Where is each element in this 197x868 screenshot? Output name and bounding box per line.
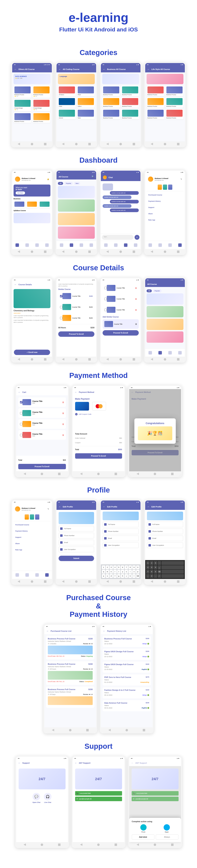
similar-course[interactable]: Course Title$150 [58,313,94,323]
category-chip[interactable] [26,201,38,208]
banner[interactable] [147,74,184,84]
tab-all[interactable]: All [58,182,63,185]
get-start-button[interactable]: Get Start [16,191,25,194]
course-card[interactable]: Business Process [147,97,165,108]
menu-support[interactable]: Support [147,205,184,210]
menu-rate[interactable]: Rate App [13,547,50,552]
menu-share[interactable]: Share [13,541,50,546]
nav-profile-icon[interactable] [45,243,49,247]
course-card[interactable]: Business Process⭐ 4.5 [13,86,31,98]
skype-app[interactable]: Skype [164,824,170,833]
back-icon[interactable]: ← [75,762,77,764]
course-card[interactable]: Business Process [147,109,165,119]
nav-home-icon[interactable] [16,243,19,247]
back-icon[interactable]: ← [18,391,21,394]
course-card[interactable]: Business Process [121,109,139,119]
back-icon[interactable]: ← [59,505,61,508]
banner[interactable]: DATA SCIENCE⭐ 4.5 · 2.3k [13,74,50,84]
payment-history-item[interactable]: Business Process Full Course$150Status22… [103,636,151,647]
back-icon[interactable]: ← [47,630,49,632]
back-icon[interactable]: ← [75,391,77,394]
back-icon[interactable]: ← [14,283,17,286]
category-chip[interactable] [13,201,25,208]
menu-payment-history[interactable]: Payment History [13,528,50,534]
back-icon[interactable]: ← [147,68,150,71]
course-card[interactable]: JS Basics [58,86,76,96]
payment-history-item[interactable]: Data Science Full Course$240Status30-01-… [103,700,151,711]
back-icon[interactable]: ← [103,68,105,71]
course-card[interactable]: Business Process⭐ 4.5 [32,86,50,98]
payment-history-item[interactable]: Figma UI/UX Design Full Course$100Status… [103,661,151,673]
email-button[interactable]: ✉user@example.tld [75,797,122,801]
phone-button[interactable]: 📞+441234567890 [75,791,122,796]
course-card[interactable]: Python [77,97,95,108]
proceed-button[interactable]: Proceed To Enroll [18,464,66,469]
search-icon[interactable]: 🔍 [92,176,94,178]
course-card[interactable]: Business Process [121,97,139,108]
menu-purchased[interactable]: Purchased Course [147,192,184,197]
similar-course[interactable]: Course Title$150 [58,291,94,301]
proceed-button[interactable]: Proceed To Enroll [103,330,139,336]
category-chip[interactable] [39,201,50,208]
bell-icon[interactable]: 🔔 [47,178,49,180]
back-icon[interactable]: ← [59,68,61,71]
course-card[interactable]: Business Process [102,97,120,108]
tab-new[interactable]: New [74,182,80,185]
course-card[interactable]: Node [77,109,95,119]
back-icon[interactable]: ← [14,68,17,71]
phone-app[interactable]: Phone [140,824,147,833]
keyboard[interactable]: 1234567890 qwertyuiop asdfghjkl⌫ [101,564,140,579]
enroll-button[interactable]: ✓ Enroll now [14,350,50,355]
user-header[interactable]: Shaheen S Ahmeddemo@mail.com🔔 [13,175,50,183]
email-input[interactable]: Email [59,540,94,545]
purchased-item[interactable]: Business Process Full Course$150 Instruc… [46,687,94,708]
just-once-button[interactable]: Just once [132,835,154,840]
course-card[interactable]: Business Process [102,86,120,96]
submit-button[interactable]: Submit [59,556,94,561]
payment-history-item[interactable]: PHP Zero to Hero Full Course$275Status01… [103,675,151,686]
edit-icon[interactable]: ✎ [48,508,49,510]
course-card[interactable]: Business Process [32,112,50,123]
payment-history-item[interactable]: Fashion Design A to Z Full Course$150Sta… [103,687,151,699]
add-icon[interactable]: ➕ [135,323,137,325]
proceed-button[interactable]: Proceed To Enroll [75,453,122,459]
menu-share[interactable]: Share [147,211,184,216]
proceed-button[interactable]: Proceed To Enroll [58,332,94,337]
payment-history-item[interactable]: Figma UI/UX Design Full Course$150Status… [103,649,151,660]
live-chat-button[interactable]: 🎧 Live Chat [44,793,52,803]
course-card[interactable]: Product Design⭐ 4.5 [13,99,31,111]
back-icon[interactable]: ← [103,630,105,632]
always-button[interactable]: Always [156,835,178,840]
purchased-item[interactable]: Business Process Full Course$150 Instruc… [46,636,94,659]
back-icon[interactable]: ← [18,762,21,764]
add-coupon-button[interactable]: +Add Coupon Code [75,413,122,415]
course-card[interactable]: Android [58,109,76,119]
course-card[interactable]: Product Design⭐ 4.5 [32,99,50,111]
avatar-edit[interactable] [59,512,94,524]
edit-icon[interactable]: ✎ [181,178,182,180]
menu-rate[interactable]: Rate App [147,217,184,222]
tab-popular[interactable]: Popular [64,182,73,185]
course-card[interactable]: Business Process [166,86,184,96]
occupation-input[interactable]: User Occupation [59,547,94,552]
fullname-input[interactable]: Full Name [59,526,94,531]
banner[interactable] [102,74,139,84]
course-card[interactable]: Business Process [166,97,184,108]
course-card[interactable]: Business Process [121,86,139,96]
course-card[interactable]: Business Process [13,112,31,123]
menu-support[interactable]: Support [13,535,50,540]
menu-payment-history[interactable]: Payment History [147,198,184,204]
delete-icon[interactable]: 🗑 [135,287,137,289]
keyboard-numeric[interactable]: 123- 456␣ 789⌫ ,0.✓ [145,560,185,579]
delete-icon[interactable]: 🗑 [62,401,64,403]
course-card[interactable]: React [77,86,95,96]
credit-card[interactable] [75,402,89,410]
course-card[interactable]: Business Process [147,86,165,96]
nav-chat-icon[interactable] [35,243,39,247]
menu-purchased[interactable]: Purchased Course [13,522,50,527]
mastercard[interactable] [92,402,106,410]
course-card[interactable]: Business Process [166,109,184,119]
phone-input[interactable]: Phone Number [59,533,94,538]
send-button[interactable]: ➤ [135,235,139,240]
nav-courses-icon[interactable] [25,243,29,247]
